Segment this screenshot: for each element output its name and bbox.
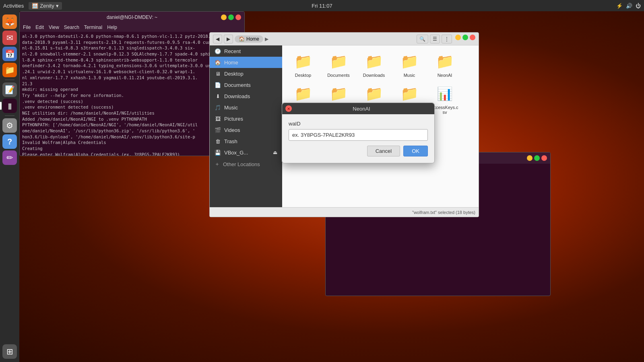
sidebar-item-documents[interactable]: 📄 Documents <box>210 79 282 90</box>
file-downloads[interactable]: 📁 Downloads <box>358 50 390 79</box>
downloads-file-label: Downloads <box>363 73 385 78</box>
dock-icon-scratch[interactable]: ✏ <box>2 150 17 165</box>
sidebar-item-videos[interactable]: 🎬 Videos <box>210 124 282 136</box>
fm-view-button[interactable]: ☰ <box>430 35 440 43</box>
fm-menu-button[interactable]: ⋮ <box>442 35 452 43</box>
file-desktop[interactable]: 📁 Desktop <box>287 50 319 79</box>
dialog-waid-input[interactable] <box>289 129 428 141</box>
dock: 🦊 ✉ 📅 📁 📝 ▮ ⚙ ? ✏ ⊞ <box>0 11 19 362</box>
dock-icon-calendar[interactable]: 📅 <box>2 47 17 61</box>
terminal2-maximize-button[interactable] <box>534 155 540 161</box>
fm-maximize-button[interactable] <box>462 35 468 40</box>
home-sidebar-icon: 🏠 <box>215 59 221 66</box>
fm-window-controls: 🔍 ☰ ⋮ <box>417 35 475 43</box>
vbox-eject-icon[interactable]: ⏏ <box>273 150 277 155</box>
terminal-menu-search[interactable]: Search <box>64 25 79 30</box>
dock-separator2 <box>5 115 14 116</box>
terminal-menu-file[interactable]: File <box>23 25 31 30</box>
fm-location: Home <box>246 36 259 42</box>
accesskeys-file-icon: 📊 <box>435 84 454 103</box>
dialog-close-button[interactable]: ✕ <box>285 105 292 112</box>
sidebar-item-music[interactable]: 🎵 Music <box>210 102 282 113</box>
pictures-sidebar-icon: 🖼 <box>215 115 221 122</box>
other-locations-label: Other Locations <box>223 161 260 167</box>
sidebar-item-downloads[interactable]: ⬇ Downloads <box>210 90 282 102</box>
terminal-menu-help[interactable]: Help <box>107 25 117 30</box>
terminal-menubar: File Edit View Search Terminal Help <box>20 23 244 32</box>
file-music[interactable]: 📁 Music <box>393 50 425 79</box>
sidebar-item-recent-label: Recent <box>224 48 241 54</box>
vbox-sidebar-icon: 💾 <box>215 149 221 156</box>
fm-minimize-button[interactable] <box>455 35 461 40</box>
zenity-menu[interactable]: 🪟 Zenity ▾ <box>29 2 62 10</box>
fm-search-button[interactable]: 🔍 <box>417 35 428 43</box>
dock-icon-texteditor[interactable]: 📝 <box>2 82 17 97</box>
zenity-icon: 🪟 <box>32 3 38 9</box>
music-sidebar-icon: 🎵 <box>215 104 221 111</box>
dock-icon-firefox[interactable]: 🦊 <box>2 14 17 29</box>
dock-icon-help[interactable]: ? <box>2 134 17 149</box>
dock-icon-terminal[interactable]: ▮ <box>2 99 17 113</box>
terminal-menu-terminal[interactable]: Terminal <box>84 25 102 30</box>
dock-icon-files[interactable]: 📁 <box>2 63 17 77</box>
terminal2-window-controls <box>527 155 547 161</box>
sidebar-item-desktop-label: Desktop <box>224 71 244 77</box>
file-neonai[interactable]: 📁 NeonAI <box>429 50 461 79</box>
recent-icon: 🕐 <box>215 48 221 54</box>
clock: Fri 11:07 <box>312 3 332 9</box>
terminal-maximize-button[interactable] <box>228 14 234 20</box>
terminal-close-button[interactable] <box>235 14 241 20</box>
music-folder-icon: 📁 <box>400 52 419 71</box>
add-location-icon: ＋ <box>215 160 220 168</box>
sidebar-item-music-label: Music <box>224 105 238 111</box>
status-text: "wolfram.txt" selected (18 bytes) <box>412 210 475 215</box>
sidebar-item-home-label: Home <box>224 60 238 66</box>
dialog-ok-button[interactable]: OK <box>403 146 428 156</box>
fm-breadcrumb: 🏠 Home <box>235 35 263 43</box>
terminal-window-controls <box>221 14 241 20</box>
terminal2-minimize-button[interactable] <box>527 155 533 161</box>
network-icon[interactable]: ⚡ <box>616 3 623 9</box>
documents-folder-icon: 📁 <box>329 52 348 71</box>
terminal-menu-edit[interactable]: Edit <box>35 25 44 30</box>
desktop-sidebar-icon: 🖥 <box>215 70 221 77</box>
fm-close-button[interactable] <box>470 35 475 40</box>
terminal-minimize-button[interactable] <box>221 14 227 20</box>
terminal2-close-button[interactable] <box>541 155 547 161</box>
volume-icon[interactable]: 🔊 <box>626 3 632 9</box>
terminal-title: daniel@NGI-DMDEV: ~ <box>107 14 157 20</box>
dialog-body: waID Cancel OK <box>282 114 434 163</box>
dialog-buttons: Cancel OK <box>289 146 428 156</box>
filemanager-sidebar: 🕐 Recent 🏠 Home 🖥 Desktop 📄 Documents ⬇ … <box>210 45 282 207</box>
dock-icon-mail[interactable]: ✉ <box>2 31 17 45</box>
desktop-file-label: Desktop <box>295 73 311 78</box>
sidebar-item-vbox[interactable]: 💾 VBox_G... ⏏ <box>210 147 282 158</box>
dialog-cancel-button[interactable]: Cancel <box>367 146 400 156</box>
documents-file-label: Documents <box>327 73 350 78</box>
dock-icon-appgrid[interactable]: ⊞ <box>2 344 17 359</box>
sidebar-item-pictures[interactable]: 🖼 Pictures <box>210 113 282 124</box>
sidebar-item-home[interactable]: 🏠 Home <box>210 57 282 68</box>
terminal-titlebar: daniel@NGI-DMDEV: ~ <box>20 12 244 23</box>
topbar: Activities 🪟 Zenity ▾ Fri 11:07 ⚡ 🔊 ⏻ <box>0 0 644 11</box>
power-icon[interactable]: ⏻ <box>636 3 641 9</box>
activities-button[interactable]: Activities <box>3 3 24 9</box>
fm-forward-button[interactable]: ▶ <box>224 35 233 43</box>
dock-icon-settings[interactable]: ⚙ <box>2 118 17 133</box>
filemanager-titlebar: ◀ ▶ 🏠 Home ▶ 🔍 ☰ ⋮ <box>210 33 479 45</box>
sidebar-item-recent[interactable]: 🕐 Recent <box>210 45 282 57</box>
sidebar-item-other-locations[interactable]: ＋ Other Locations <box>210 158 282 170</box>
sidebar-item-desktop[interactable]: 🖥 Desktop <box>210 68 282 79</box>
videos-folder-icon: 📁 <box>400 84 419 103</box>
dialog-title: NeonAI <box>292 106 431 112</box>
sidebar-item-vbox-label: VBox_G... <box>224 150 248 156</box>
sidebar-item-downloads-label: Downloads <box>224 93 250 99</box>
filemanager-statusbar: "wolfram.txt" selected (18 bytes) <box>210 207 479 217</box>
file-documents[interactable]: 📁 Documents <box>322 50 355 79</box>
trash-sidebar-icon: 🗑 <box>215 138 221 144</box>
sidebar-item-videos-label: Videos <box>224 127 240 133</box>
terminal-menu-view[interactable]: View <box>49 25 59 30</box>
sidebar-item-trash[interactable]: 🗑 Trash <box>210 136 282 147</box>
fm-back-button[interactable]: ◀ <box>213 35 222 43</box>
sidebar-item-trash-label: Trash <box>224 138 237 144</box>
